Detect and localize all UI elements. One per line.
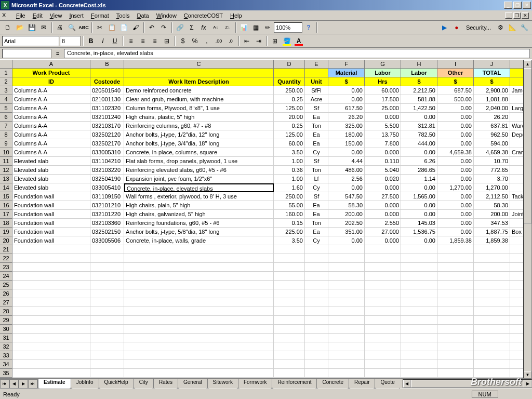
cell-G8[interactable]: 13.750: [365, 130, 401, 139]
sheet-tab-concrete[interactable]: Concrete: [316, 379, 349, 389]
cell-F19[interactable]: 351.00: [328, 228, 365, 236]
print-preview-button[interactable]: 🔍: [66, 22, 77, 33]
cell-B15[interactable]: 031109150: [90, 192, 124, 201]
cell-empty[interactable]: [124, 316, 274, 325]
cell-A4[interactable]: Columns A-A: [12, 95, 90, 104]
row-header-29[interactable]: 29: [0, 316, 12, 325]
cell-empty[interactable]: [90, 245, 124, 254]
cell-J19[interactable]: 1,887.75: [474, 228, 510, 236]
cell-A10[interactable]: Columns A-A: [12, 148, 90, 157]
prev-sheet-button[interactable]: ◀: [9, 379, 19, 389]
workbook-minimize-button[interactable]: _: [505, 12, 512, 19]
cell-empty[interactable]: [305, 342, 328, 351]
cell-empty[interactable]: [401, 351, 437, 360]
cell-empty[interactable]: [365, 334, 401, 342]
cell-empty[interactable]: [12, 263, 90, 272]
cell-D7[interactable]: 0.25: [274, 122, 305, 130]
cell-empty[interactable]: [90, 351, 124, 360]
cell-B5[interactable]: 031102320: [90, 104, 124, 113]
cell-empty[interactable]: [12, 307, 90, 316]
cell-I14[interactable]: 1,270.00: [437, 183, 474, 192]
cell-I5[interactable]: 0.00: [437, 104, 474, 113]
cell-empty[interactable]: [305, 316, 328, 325]
cell-empty[interactable]: [328, 342, 365, 351]
decrease-indent-button[interactable]: ⇤: [241, 35, 252, 47]
cell-H17[interactable]: 0.00: [401, 210, 437, 219]
cell-J16[interactable]: 58.30: [474, 201, 510, 210]
cell-empty[interactable]: [474, 263, 510, 272]
cell-empty[interactable]: [365, 307, 401, 316]
cell-I16[interactable]: 0.00: [437, 201, 474, 210]
cell-empty[interactable]: [90, 307, 124, 316]
autosum-button[interactable]: Σ: [186, 22, 197, 33]
cell-empty[interactable]: [437, 316, 474, 325]
sheet-tab-city[interactable]: City: [134, 379, 154, 389]
sheet-tab-quote[interactable]: Quote: [375, 379, 400, 389]
cell-J13[interactable]: 3.70: [474, 175, 510, 183]
cell-B17[interactable]: 032101220: [90, 210, 124, 219]
cell-D3[interactable]: 250.00: [274, 86, 305, 95]
cell-E12[interactable]: Ton: [305, 166, 328, 175]
row-header-17[interactable]: 17: [0, 210, 12, 219]
cell-C10[interactable]: Concrete, in-place, columns, square: [124, 148, 274, 157]
cell-empty[interactable]: [365, 298, 401, 307]
scroll-down-button[interactable]: ▼: [524, 371, 531, 379]
restore-button[interactable]: ❐: [513, 2, 522, 9]
cell-H16[interactable]: 0.00: [401, 201, 437, 210]
paste-button[interactable]: 📄: [118, 22, 129, 33]
cell-I19[interactable]: 0.00: [437, 228, 474, 236]
cell-F11[interactable]: 4.44: [328, 157, 365, 166]
cell-empty[interactable]: [12, 245, 90, 254]
cell-empty[interactable]: [124, 351, 274, 360]
name-box[interactable]: [2, 49, 51, 58]
cell-F7[interactable]: 325.00: [328, 122, 365, 130]
row-header-28[interactable]: 28: [0, 307, 12, 316]
cell-D14[interactable]: 1.60: [274, 183, 305, 192]
cell-empty[interactable]: [474, 351, 510, 360]
cell-empty[interactable]: [12, 281, 90, 289]
cell-empty[interactable]: [401, 325, 437, 334]
cell-empty[interactable]: [437, 342, 474, 351]
cell-empty[interactable]: [12, 316, 90, 325]
cell-empty[interactable]: [274, 334, 305, 342]
menu-data[interactable]: Data: [133, 11, 152, 20]
cell-empty[interactable]: [474, 272, 510, 281]
cell-D8[interactable]: 125.00: [274, 130, 305, 139]
print-button[interactable]: 🖨: [54, 22, 65, 33]
cell-D15[interactable]: 250.00: [274, 192, 305, 201]
cell-I3[interactable]: 687.50: [437, 86, 474, 95]
cell-empty[interactable]: [328, 281, 365, 289]
cell-empty[interactable]: [401, 307, 437, 316]
cell-empty[interactable]: [328, 316, 365, 325]
cell-B16[interactable]: 032101210: [90, 201, 124, 210]
cell-empty[interactable]: [274, 298, 305, 307]
sheet-tab-estimate[interactable]: Estimate: [38, 379, 71, 389]
sheet-tab-sitework[interactable]: Sitework: [207, 379, 238, 389]
cell-empty[interactable]: [328, 254, 365, 263]
cell-C7[interactable]: Reinforcing columns, g60, #7 - #8: [124, 122, 274, 130]
cell-A19[interactable]: Foundation wall: [12, 228, 90, 236]
cell-empty[interactable]: [437, 281, 474, 289]
cell-empty[interactable]: [437, 360, 474, 369]
cell-empty[interactable]: [401, 334, 437, 342]
cell-empty[interactable]: [365, 351, 401, 360]
row-header-27[interactable]: 27: [0, 298, 12, 307]
bold-button[interactable]: B: [85, 35, 97, 47]
cell-G3[interactable]: 60.000: [365, 86, 401, 95]
cell-empty[interactable]: [305, 245, 328, 254]
cell-empty[interactable]: [328, 325, 365, 334]
cell-empty[interactable]: [328, 272, 365, 281]
open-button[interactable]: 📂: [14, 22, 25, 33]
email-button[interactable]: ✉: [38, 22, 49, 33]
cell-B19[interactable]: 032502150: [90, 228, 124, 236]
cell-empty[interactable]: [437, 263, 474, 272]
sheet-tab-formwork[interactable]: Formwork: [238, 379, 272, 389]
cell-empty[interactable]: [305, 369, 328, 378]
cell-J12[interactable]: 772.65: [474, 166, 510, 175]
cell-I12[interactable]: 0.00: [437, 166, 474, 175]
cell-A12[interactable]: Elevated slab: [12, 166, 90, 175]
row-header-21[interactable]: 21: [0, 245, 12, 254]
cell-empty[interactable]: [124, 281, 274, 289]
cell-C4[interactable]: Clear and grub, medium, with machine: [124, 95, 274, 104]
cell-empty[interactable]: [328, 289, 365, 298]
